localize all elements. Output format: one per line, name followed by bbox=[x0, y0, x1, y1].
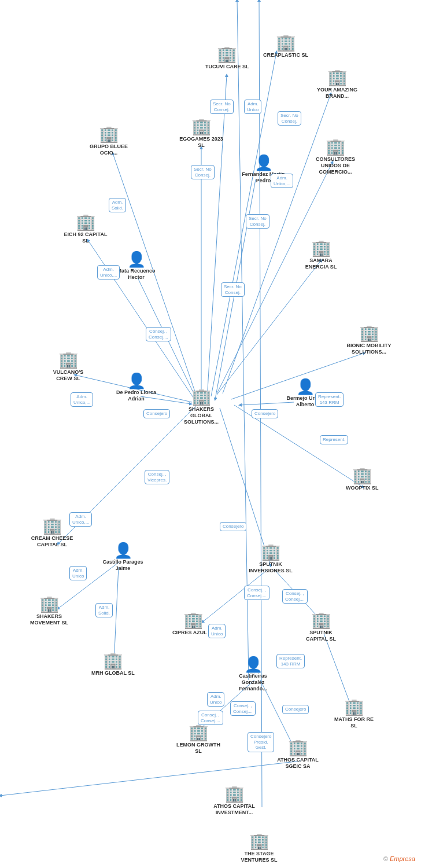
company-mathsfor[interactable]: 🏢 MATHS FOR RE SL bbox=[331, 699, 377, 729]
building-icon: 🏢 bbox=[261, 544, 281, 560]
svg-line-7 bbox=[217, 260, 321, 395]
badge-consejero-3[interactable]: Consejero bbox=[220, 522, 246, 531]
person-icon: 👤 bbox=[254, 155, 273, 170]
badge-represent-2[interactable]: Represent. bbox=[320, 435, 348, 444]
company-creaplastic[interactable]: 🏢 CREAPLASTIC SL bbox=[263, 35, 308, 58]
badge-secr-2[interactable]: Secr. NoConsej. bbox=[278, 111, 301, 126]
company-label: EGOGAMES 2023 SL bbox=[178, 136, 224, 149]
badge-adm-unico-6[interactable]: Adm.Unico bbox=[69, 566, 87, 580]
badge-secr-5[interactable]: Secr. NoConsej. bbox=[221, 282, 245, 297]
building-icon: 🏢 bbox=[39, 596, 60, 612]
company-label: MATHS FOR RE SL bbox=[331, 716, 377, 729]
building-icon: 🏢 bbox=[191, 119, 212, 135]
company-creamcheese[interactable]: 🏢 CREAM CHEESE CAPITAL SL bbox=[29, 518, 75, 548]
badge-adm-unico-7[interactable]: Adm.Unico bbox=[208, 624, 226, 638]
company-label: WOOPTIX SL bbox=[346, 485, 379, 491]
company-wooptix[interactable]: 🏢 WOOPTIX SL bbox=[346, 468, 379, 491]
company-vulcanos[interactable]: 🏢 VULCANO'S CREW SL bbox=[45, 352, 91, 382]
building-icon: 🏢 bbox=[217, 46, 237, 62]
company-bionic[interactable]: 🏢 BIONIC MOBILITY SOLUTIONS... bbox=[346, 325, 392, 355]
building-icon: 🏢 bbox=[249, 833, 269, 849]
company-label: CREAM CHEESE CAPITAL SL bbox=[29, 535, 75, 548]
company-athosinvest[interactable]: 🏢 ATHOS CAPITAL INVESTMENT... bbox=[211, 786, 257, 816]
company-mrh[interactable]: 🏢 MRH GLOBAL SL bbox=[91, 653, 135, 676]
company-youramazing[interactable]: 🏢 YOUR AMAZING BRAND... bbox=[314, 69, 360, 100]
badge-secr-1[interactable]: Secr. NoConsej. bbox=[210, 100, 234, 114]
person-label: De Pedro Llorca Adrian bbox=[115, 389, 158, 402]
badge-represent-3[interactable]: Represent.143 RRM bbox=[276, 654, 305, 668]
company-stage[interactable]: 🏢 THE STAGE VENTURES SL bbox=[236, 833, 282, 863]
building-icon: 🏢 bbox=[191, 389, 212, 405]
badge-adm-unico-5[interactable]: Adm.Unico,... bbox=[69, 512, 92, 527]
company-label: GRUPO BLUEE OCIO... bbox=[86, 144, 132, 156]
company-grupobluee[interactable]: 🏢 GRUPO BLUEE OCIO... bbox=[86, 126, 132, 156]
company-sputnik[interactable]: 🏢 SPUTNIK INVERSIONES SL bbox=[248, 544, 294, 574]
company-label: TUCUVI CARE SL bbox=[205, 64, 249, 70]
company-shakers[interactable]: 🏢 SHAKERS GLOBAL SOLUTIONS... bbox=[178, 389, 224, 425]
company-athoscap[interactable]: 🏢 ATHOS CAPITAL SGEIC SA bbox=[275, 740, 321, 770]
building-icon: 🏢 bbox=[359, 325, 379, 341]
company-lemon[interactable]: 🏢 LEMON GROWTH SL bbox=[175, 724, 221, 755]
company-label: SHAKERS GLOBAL SOLUTIONS... bbox=[178, 406, 224, 425]
company-egogames[interactable]: 🏢 EGOGAMES 2023 SL bbox=[178, 119, 224, 149]
building-icon: 🏢 bbox=[183, 612, 204, 628]
person-castineiras[interactable]: 👤 Castiñeiras Gonzalez Fernando... bbox=[231, 657, 275, 692]
badge-adm-unico-3[interactable]: Adm.Unico,... bbox=[97, 265, 120, 279]
badge-consej-4[interactable]: Consej. ,Consej.... bbox=[230, 701, 256, 716]
person-mata[interactable]: 👤 Mata Recuenco Hector bbox=[115, 252, 158, 281]
company-label: SPUTNIK CAPITAL SL bbox=[298, 630, 344, 642]
person-label: Castillo Parages Jaime bbox=[101, 559, 145, 572]
person-depedro[interactable]: 👤 De Pedro Llorca Adrian bbox=[115, 373, 158, 402]
company-label: CREAPLASTIC SL bbox=[263, 52, 308, 58]
company-label: CONSULTORES UNIDOS DE COMERCIO... bbox=[312, 156, 359, 175]
watermark-brand: Empresa bbox=[390, 855, 415, 862]
company-samara[interactable]: 🏢 SAMARA ENERGIA SL bbox=[298, 240, 344, 270]
building-icon: 🏢 bbox=[311, 612, 331, 628]
badge-consej-2[interactable]: Consej. ,Consej.... bbox=[244, 586, 269, 600]
company-label: ATHOS CAPITAL INVESTMENT... bbox=[211, 803, 257, 816]
badge-adm-unico-8[interactable]: Adm.Unico bbox=[207, 692, 224, 707]
badge-adm-solid-1[interactable]: Adm.Solid. bbox=[109, 198, 126, 212]
building-icon: 🏢 bbox=[311, 240, 331, 256]
building-icon: 🏢 bbox=[103, 653, 123, 669]
company-label: SHAKERS MOVEMENT SL bbox=[26, 613, 72, 626]
badge-consej-1[interactable]: Consej. ,Consej.... bbox=[146, 327, 171, 341]
badge-consej-3[interactable]: Consej. ,Consej.... bbox=[282, 589, 308, 604]
badge-adm-unico-1[interactable]: Adm.Unico bbox=[244, 100, 261, 114]
building-icon: 🏢 bbox=[224, 786, 245, 802]
badge-consej-5[interactable]: Consej. ,Consej.... bbox=[198, 711, 223, 725]
building-icon: 🏢 bbox=[344, 699, 364, 715]
company-label: MRH GLOBAL SL bbox=[91, 670, 135, 676]
person-castillo[interactable]: 👤 Castillo Parages Jaime bbox=[101, 543, 145, 572]
company-label: SAMARA ENERGIA SL bbox=[298, 258, 344, 270]
company-sputnikcap[interactable]: 🏢 SPUTNIK CAPITAL SL bbox=[298, 612, 344, 642]
badge-consejero-presid[interactable]: ConsejeroPresid.Gest. bbox=[248, 732, 274, 752]
badge-consej-vicepres[interactable]: Consej. ,Vicepres. bbox=[145, 470, 169, 484]
company-label: VULCANO'S CREW SL bbox=[45, 369, 91, 382]
company-eich92[interactable]: 🏢 EICH 92 CAPITAL SL bbox=[62, 214, 109, 244]
watermark: © Empresa bbox=[383, 855, 415, 862]
company-label: ATHOS CAPITAL SGEIC SA bbox=[275, 757, 321, 770]
badge-secr-4[interactable]: Secr. NoConsej. bbox=[246, 214, 269, 229]
badge-secr-3[interactable]: Secr. NoConsej. bbox=[191, 165, 215, 179]
badge-represent-1[interactable]: Represent.143 RRM bbox=[315, 392, 344, 407]
building-icon: 🏢 bbox=[352, 468, 372, 484]
badge-consejero-1[interactable]: Consejero bbox=[143, 409, 170, 418]
person-icon: 👤 bbox=[127, 373, 146, 388]
badge-adm-unico-4[interactable]: Adm.Unico,... bbox=[71, 392, 93, 407]
person-icon: 👤 bbox=[114, 543, 132, 558]
company-tucuvi[interactable]: 🏢 TUCUVI CARE SL bbox=[205, 46, 249, 70]
company-consultores[interactable]: 🏢 CONSULTORES UNIDOS DE COMERCIO... bbox=[312, 139, 359, 175]
badge-consejero-2[interactable]: Consejero bbox=[252, 409, 278, 418]
building-icon: 🏢 bbox=[189, 724, 209, 741]
badge-adm-unico-2[interactable]: Adm.Unico,... bbox=[271, 174, 293, 188]
company-label: THE STAGE VENTURES SL bbox=[236, 851, 282, 863]
badge-adm-solid-2[interactable]: Adm.Solid. bbox=[95, 603, 113, 617]
building-icon: 🏢 bbox=[58, 352, 79, 368]
company-label: YOUR AMAZING BRAND... bbox=[314, 87, 360, 100]
company-shakersmov[interactable]: 🏢 SHAKERS MOVEMENT SL bbox=[26, 596, 72, 626]
building-icon: 🏢 bbox=[327, 69, 348, 86]
badge-consejero-4[interactable]: Consejero bbox=[282, 705, 309, 714]
person-icon: 👤 bbox=[296, 379, 315, 394]
company-label: BIONIC MOBILITY SOLUTIONS... bbox=[346, 343, 392, 355]
